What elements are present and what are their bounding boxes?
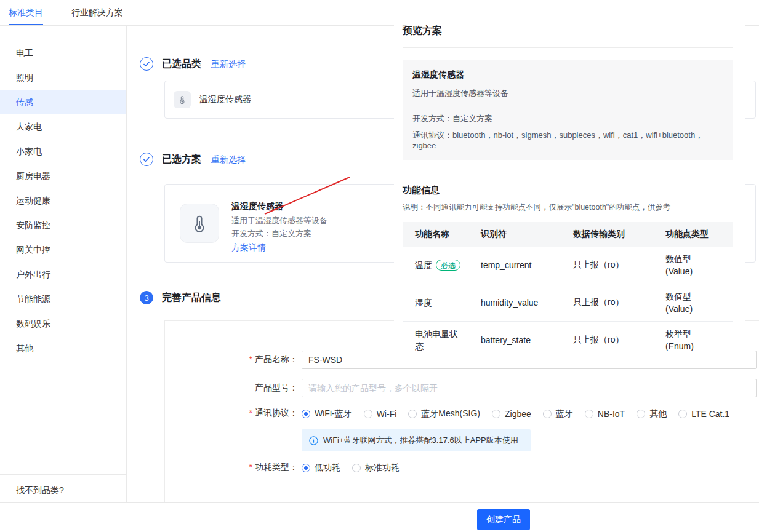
radio-lte-cat1[interactable]: LTE Cat.1 xyxy=(678,409,729,419)
protocol-radio-group: WiFi-蓝牙 Wi-Fi 蓝牙Mesh(SIG) Zigbee 蓝牙 NB-I… xyxy=(302,408,741,419)
sidebar-item-small-appliance[interactable]: 小家电 xyxy=(0,139,126,164)
radio-dot xyxy=(678,410,687,418)
radio-dot xyxy=(492,410,500,418)
table-header-row: 功能名称 识别符 数据传输类别 功能点类型 xyxy=(403,222,733,247)
dp-transfer: 只上报（ro） xyxy=(573,260,665,271)
sidebar-item-lighting[interactable]: 照明 xyxy=(0,65,126,90)
summary-dev-mode: 开发方式：自定义方案 xyxy=(412,113,723,124)
required-asterisk: * xyxy=(249,408,252,418)
sidebar-item-electrician[interactable]: 电工 xyxy=(0,41,126,65)
function-points-table: 功能名称 识别符 数据传输类别 功能点类型 温度必选 temp_current … xyxy=(403,222,733,359)
dp-transfer: 只上报（ro） xyxy=(573,297,665,308)
check-icon xyxy=(143,154,150,164)
col-transfer-type: 数据传输类别 xyxy=(573,229,665,240)
power-type-row: *功耗类型： 低功耗 标准功耗 xyxy=(165,461,759,474)
radio-dot xyxy=(543,410,552,418)
protocol-tip-text: WiFi+蓝牙联网方式，推荐搭配3.17.6以上APP版本使用 xyxy=(323,435,518,446)
product-model-input[interactable] xyxy=(302,379,757,397)
solution-desc: 适用于温湿度传感器等设备 xyxy=(231,214,327,227)
col-function-name: 功能名称 xyxy=(403,229,481,240)
step1-reselect-link[interactable]: 重新选择 xyxy=(211,59,246,69)
protocol-tip-alert: WiFi+蓝牙联网方式，推荐搭配3.17.6以上APP版本使用 xyxy=(302,429,531,451)
product-model-label: 产品型号： xyxy=(165,383,298,394)
dp-identifier: battery_state xyxy=(481,335,573,345)
product-model-row: 产品型号： xyxy=(165,379,759,397)
step3-header: 完善产品信息 xyxy=(162,291,221,304)
sidebar-item-energy[interactable]: 节能能源 xyxy=(0,287,126,311)
radio-dot xyxy=(585,410,593,418)
radio-other[interactable]: 其他 xyxy=(637,408,667,419)
radio-dot xyxy=(302,464,310,472)
step2-title: 已选方案 xyxy=(162,154,201,164)
radio-bluetooth[interactable]: 蓝牙 xyxy=(543,408,573,419)
dp-name: 湿度 xyxy=(415,296,432,309)
solution-summary-box: 温湿度传感器 适用于温湿度传感器等设备 开发方式：自定义方案 通讯协议：blue… xyxy=(403,60,733,160)
create-product-button[interactable]: 创建产品 xyxy=(477,509,530,530)
radio-bluetooth-mesh-sig[interactable]: 蓝牙Mesh(SIG) xyxy=(408,408,480,419)
step2-reselect-link[interactable]: 重新选择 xyxy=(211,154,246,164)
radio-zigbee[interactable]: Zigbee xyxy=(492,409,531,419)
step1-done-circle xyxy=(140,57,153,71)
radio-dot xyxy=(364,410,372,418)
table-row: 湿度 humidity_value 只上报（ro） 数值型(Value) xyxy=(403,284,733,322)
sidebar-item-large-appliance[interactable]: 大家电 xyxy=(0,114,126,139)
function-info-note: 说明：不同通讯能力可能支持功能点不同，仅展示"bluetooth"的功能点，供参… xyxy=(403,202,733,213)
preview-solution-drawer: 预览方案 温湿度传感器 适用于温湿度传感器等设备 开发方式：自定义方案 通讯协议… xyxy=(394,0,745,346)
solution-info: 温湿度传感器 适用于温湿度传感器等设备 开发方式：自定义方案 方案详情 xyxy=(231,200,327,254)
check-icon xyxy=(143,59,150,69)
selected-category-name: 温湿度传感器 xyxy=(199,94,251,105)
col-identifier: 识别符 xyxy=(481,229,573,240)
dp-transfer: 只上报（ro） xyxy=(573,335,665,346)
step2-done-circle xyxy=(140,153,153,166)
solution-name: 温湿度传感器 xyxy=(231,200,327,213)
sidebar-item-gateway[interactable]: 网关中控 xyxy=(0,237,126,262)
sidebar-item-sport-health[interactable]: 运动健康 xyxy=(0,188,126,213)
step3-number-circle: 3 xyxy=(140,291,153,304)
radio-low-power[interactable]: 低功耗 xyxy=(302,463,340,474)
bottom-action-bar: 创建产品 xyxy=(0,502,759,532)
dp-identifier: temp_current xyxy=(481,260,573,270)
tab-industry-solution[interactable]: 行业解决方案 xyxy=(71,0,123,25)
product-name-label: *产品名称： xyxy=(165,354,298,365)
sidebar-item-others[interactable]: 其他 xyxy=(0,336,126,360)
function-info-title: 功能信息 xyxy=(403,185,733,196)
summary-desc: 适用于温湿度传感器等设备 xyxy=(412,88,723,99)
protocol-row: *通讯协议： WiFi-蓝牙 Wi-Fi 蓝牙Mesh(SIG) Zigbee … xyxy=(165,407,759,419)
tab-standard-category[interactable]: 标准类目 xyxy=(9,0,43,25)
radio-dot xyxy=(637,410,645,418)
sidebar-item-sensing[interactable]: 传感 xyxy=(0,90,126,114)
radio-wifi-bluetooth[interactable]: WiFi-蓝牙 xyxy=(302,408,352,419)
step1-title: 已选品类 xyxy=(162,58,201,69)
required-badge: 必选 xyxy=(436,260,460,271)
radio-dot xyxy=(352,464,361,472)
dp-identifier: humidity_value xyxy=(481,298,573,308)
solution-detail-link[interactable]: 方案详情 xyxy=(231,241,266,254)
thermometer-icon xyxy=(174,91,191,108)
power-type-radio-group: 低功耗 标准功耗 xyxy=(302,463,411,474)
step1-header: 已选品类重新选择 xyxy=(162,57,246,71)
dp-type: 数值型(Value) xyxy=(665,290,733,315)
required-asterisk: * xyxy=(249,354,252,364)
summary-name: 温湿度传感器 xyxy=(412,69,723,81)
solution-dev-mode: 开发方式：自定义方案 xyxy=(231,227,327,240)
step3-title: 完善产品信息 xyxy=(162,292,221,303)
step3-number: 3 xyxy=(144,294,148,302)
category-list: 电工 照明 传感 大家电 小家电 厨房电器 运动健康 安防监控 网关中控 户外出… xyxy=(0,41,126,360)
dp-name: 温度 xyxy=(415,259,432,271)
drawer-title: 预览方案 xyxy=(403,0,733,48)
sidebar-item-digital-entertainment[interactable]: 数码娱乐 xyxy=(0,311,126,336)
dp-type: 数值型(Value) xyxy=(665,253,733,277)
step2-header: 已选方案重新选择 xyxy=(162,153,246,166)
col-dp-type: 功能点类型 xyxy=(665,229,733,240)
table-row: 电池电量状态 battery_state 只上报（ro） 枚举型(Enum) xyxy=(403,322,733,359)
sidebar-item-kitchen-appliance[interactable]: 厨房电器 xyxy=(0,164,126,188)
required-asterisk: * xyxy=(249,462,252,472)
sidebar-item-security-monitor[interactable]: 安防监控 xyxy=(0,213,126,237)
radio-dot xyxy=(408,410,417,418)
radio-wifi[interactable]: Wi-Fi xyxy=(364,409,397,419)
thermometer-icon xyxy=(180,204,219,243)
radio-nbiot[interactable]: NB-IoT xyxy=(585,409,625,419)
summary-protocols: 通讯协议：bluetooth，nb-iot，sigmesh，subpieces，… xyxy=(412,130,723,150)
sidebar-item-outdoor[interactable]: 户外出行 xyxy=(0,262,126,287)
radio-standard-power[interactable]: 标准功耗 xyxy=(352,463,400,474)
